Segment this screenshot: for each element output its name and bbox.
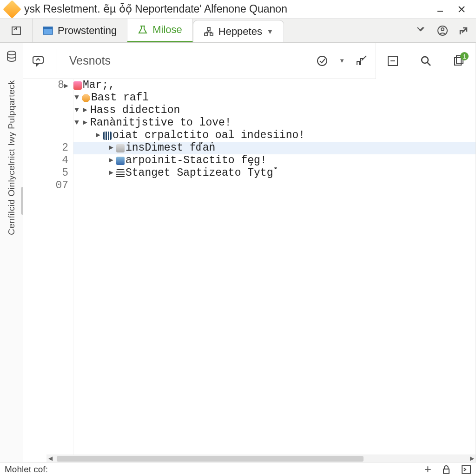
node-label: Mar;,	[83, 79, 115, 92]
node-icon	[116, 169, 125, 178]
node-label: Ranànitjstive to love!	[90, 117, 231, 129]
tree-row[interactable]: Bast rafl	[73, 92, 476, 104]
toolbar-divider	[57, 49, 57, 73]
svg-line-24	[427, 62, 430, 66]
tab-heppetes[interactable]: Heppetes ▼	[193, 20, 284, 42]
tree-row[interactable]: arpoinit-Stactito fȩg!	[73, 154, 476, 167]
tree-row[interactable]: oiat crpalctito oal indesiino!	[73, 129, 476, 142]
minimize-button[interactable]	[430, 0, 451, 19]
node-label: Hass didection	[90, 104, 180, 117]
svg-point-19	[317, 56, 327, 66]
svg-rect-8	[205, 33, 207, 36]
scroll-right-button[interactable]: ▶	[468, 455, 476, 463]
left-sidebar: Cenfilcid Oinlycelnict Iwy Pulpqarteck	[0, 43, 23, 462]
node-icon	[82, 94, 90, 102]
minimize-panel-icon[interactable]	[387, 55, 399, 67]
node-icon	[73, 81, 82, 90]
status-bar: Mohlet cof: +	[0, 462, 476, 476]
main-panel: Vesnots ▼ 1	[23, 43, 476, 462]
svg-point-23	[422, 57, 428, 63]
share-arrow-icon[interactable]	[458, 25, 469, 36]
comment-icon[interactable]	[32, 54, 45, 67]
sidebar-vertical-label: Cenfilcid Oinlycelnict Iwy Pulpqarteck	[7, 80, 17, 235]
node-label: Stanget Saptizeato Tytg˟	[126, 167, 278, 179]
scroll-left-button[interactable]: ◀	[46, 455, 54, 463]
close-button[interactable]	[451, 0, 472, 19]
node-label: insDimest fďaṅ	[126, 142, 215, 154]
editor-tree[interactable]: 8▶24507 Mar;,Bast raflHass didectionRanà…	[23, 79, 476, 455]
notification-badge: 1	[460, 52, 469, 60]
content-area: Cenfilcid Oinlycelnict Iwy Pulpqarteck V…	[0, 43, 476, 462]
node-label: arpoinit-Stactito fȩg!	[126, 154, 267, 167]
window-icon	[43, 26, 53, 36]
svg-rect-5	[43, 27, 53, 29]
tab-label: Milose	[152, 24, 182, 36]
tree-row[interactable]	[73, 179, 476, 192]
svg-rect-7	[207, 27, 210, 30]
tree-row[interactable]: Mar;,	[73, 79, 476, 92]
app-logo-icon	[3, 0, 21, 18]
structure-icon	[204, 26, 214, 37]
svg-rect-9	[210, 33, 213, 36]
tab-milose[interactable]: Milose	[127, 19, 193, 42]
lock-icon[interactable]	[442, 465, 451, 474]
edit-chart-icon[interactable]	[355, 55, 367, 67]
tree-lines[interactable]: Mar;,Bast raflHass didectionRanànitjstiv…	[73, 79, 476, 455]
window-title: ysk Resletment. ẽµ ȱọ̃ Neportendate' Alf…	[24, 3, 430, 15]
flask-icon	[138, 25, 148, 35]
database-icon[interactable]	[6, 50, 18, 62]
node-label: Bast rafl	[91, 92, 149, 104]
svg-rect-27	[443, 469, 449, 473]
notifications-icon[interactable]: 1	[453, 55, 465, 67]
tab-bar: Prowstenting Milose Heppetes ▼	[0, 19, 476, 43]
status-left-label: Mohlet cof:	[5, 464, 48, 475]
tab-label: Prowstenting	[58, 25, 117, 37]
tab-label: Heppetes	[218, 26, 262, 38]
editor-toolbar: Vesnots ▼	[23, 43, 376, 79]
tab-prowstenting[interactable]: Prowstenting	[33, 19, 127, 42]
node-icon	[116, 157, 125, 165]
chevron-down-icon[interactable]: ▼	[339, 57, 345, 64]
right-toolbar: 1	[376, 43, 476, 79]
hscroll-thumb[interactable]	[57, 456, 364, 462]
terminal-icon[interactable]	[461, 465, 471, 474]
project-panel-icon[interactable]	[0, 19, 33, 42]
svg-point-17	[7, 51, 16, 55]
node-icon	[116, 144, 125, 152]
tree-row[interactable]: Ranànitjstive to love!	[73, 117, 476, 129]
node-icon	[103, 132, 112, 140]
node-label: oiat crpalctito oal indesiino!	[112, 129, 305, 142]
tree-row[interactable]: insDimest fďaṅ	[73, 142, 476, 154]
check-dropdown-icon[interactable]	[317, 55, 329, 67]
recent-dropdown-icon[interactable]	[416, 26, 427, 36]
chevron-down-icon: ▼	[267, 28, 273, 35]
svg-point-15	[441, 28, 444, 31]
add-icon[interactable]: +	[424, 462, 431, 476]
svg-rect-18	[33, 57, 43, 63]
svg-rect-25	[455, 58, 461, 65]
horizontal-scrollbar[interactable]: ◀ ▶	[46, 455, 476, 462]
tree-row[interactable]: Hass didection	[73, 104, 476, 117]
gutter: 8▶24507	[23, 79, 73, 455]
tree-row[interactable]: Stanget Saptizeato Tytg˟	[73, 167, 476, 179]
search-icon[interactable]	[420, 55, 432, 67]
breadcrumb-label: Vesnots	[69, 54, 111, 67]
account-icon[interactable]	[437, 25, 448, 36]
title-bar: ysk Resletment. ẽµ ȱọ̃ Neportendate' Alf…	[0, 0, 476, 19]
